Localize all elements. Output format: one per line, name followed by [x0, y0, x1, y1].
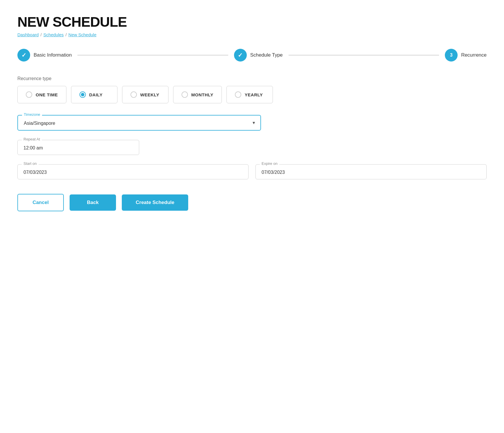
recurrence-section-label: Recurrence type: [17, 76, 487, 81]
radio-weekly: [130, 91, 137, 98]
recurrence-label-one-time: ONE TIME: [36, 92, 58, 97]
recurrence-option-weekly[interactable]: WEEKLY: [122, 86, 168, 103]
step-recurrence: 3 Recurrence: [445, 49, 487, 62]
expire-on-label: Expire on: [260, 161, 279, 166]
step-line-2: [289, 55, 439, 55]
recurrence-option-one-time[interactable]: ONE TIME: [17, 86, 66, 103]
button-row: Cancel Back Create Schedule: [17, 194, 487, 211]
breadcrumb-dashboard[interactable]: Dashboard: [17, 32, 39, 37]
start-on-label: Start on: [22, 161, 39, 166]
radio-daily: [79, 91, 86, 98]
step-1-circle: ✓: [17, 49, 30, 62]
recurrence-option-yearly[interactable]: YEARLY: [226, 86, 273, 103]
breadcrumb-new-schedule[interactable]: New Schedule: [68, 32, 97, 37]
timezone-select[interactable]: Asia/Singapore UTC America/New_York Amer…: [24, 121, 255, 126]
recurrence-label-yearly: YEARLY: [245, 92, 263, 97]
page-title: NEW SCHEDULE: [17, 14, 487, 30]
cancel-button[interactable]: Cancel: [17, 194, 64, 211]
recurrence-label-monthly: MONTHLY: [191, 92, 213, 97]
radio-yearly: [235, 91, 241, 98]
expire-on-input[interactable]: [262, 170, 481, 175]
breadcrumb-sep-2: /: [66, 32, 67, 37]
step-3-circle: 3: [445, 49, 458, 62]
repeat-at-input[interactable]: [23, 145, 133, 151]
recurrence-section: Recurrence type ONE TIME DAILY WEEKLY MO…: [17, 76, 487, 103]
step-1-check-icon: ✓: [21, 52, 26, 59]
step-2-check-icon: ✓: [238, 52, 243, 59]
step-3-label: Recurrence: [461, 52, 487, 58]
step-1-label: Basic Information: [34, 52, 72, 58]
radio-monthly: [182, 91, 188, 98]
back-button[interactable]: Back: [70, 194, 116, 211]
start-on-input[interactable]: [23, 170, 242, 175]
date-row: Start on Expire on: [17, 164, 487, 179]
breadcrumb-sep-1: /: [40, 32, 41, 37]
timezone-label: Timezone: [22, 112, 42, 117]
recurrence-options: ONE TIME DAILY WEEKLY MONTHLY YEARLY: [17, 86, 487, 103]
breadcrumb-schedules[interactable]: Schedules: [43, 32, 64, 37]
step-2-label: Schedule Type: [250, 52, 283, 58]
step-basic-information: ✓ Basic Information: [17, 49, 72, 62]
stepper: ✓ Basic Information ✓ Schedule Type 3 Re…: [17, 49, 487, 62]
repeat-at-field: Repeat At: [17, 140, 139, 155]
radio-one-time: [26, 91, 32, 98]
step-2-circle: ✓: [234, 49, 247, 62]
recurrence-label-weekly: WEEKLY: [140, 92, 159, 97]
step-3-number: 3: [450, 53, 453, 58]
recurrence-option-monthly[interactable]: MONTHLY: [173, 86, 222, 103]
start-on-field: Start on: [17, 164, 249, 179]
timezone-field: Timezone Asia/Singapore UTC America/New_…: [17, 115, 261, 131]
breadcrumb: Dashboard / Schedules / New Schedule: [17, 32, 487, 37]
create-schedule-button[interactable]: Create Schedule: [122, 194, 188, 211]
recurrence-label-daily: DAILY: [89, 92, 103, 97]
recurrence-option-daily[interactable]: DAILY: [71, 86, 117, 103]
step-line-1: [77, 55, 228, 55]
expire-on-field: Expire on: [255, 164, 487, 179]
step-schedule-type: ✓ Schedule Type: [234, 49, 283, 62]
repeat-at-label: Repeat At: [22, 137, 42, 141]
